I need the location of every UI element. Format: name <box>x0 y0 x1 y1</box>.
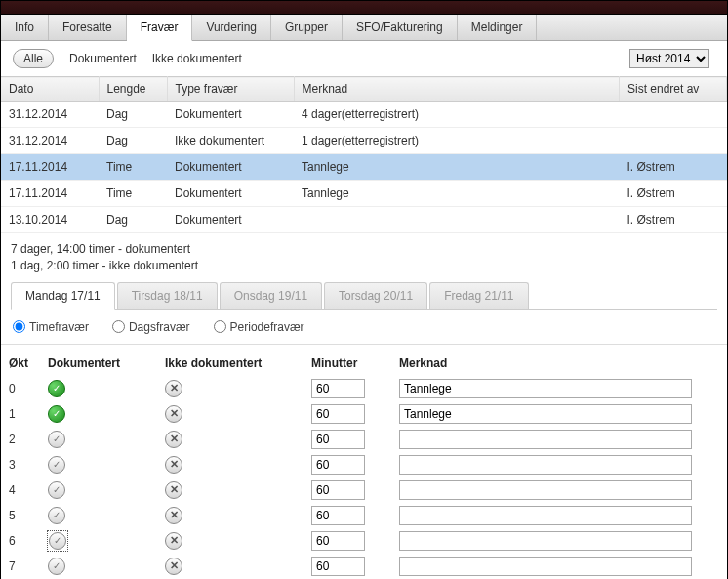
table-row[interactable]: 17.11.2014TimeDokumentertTannlegeI. Østr… <box>1 154 727 181</box>
check-icon: ✓ <box>53 484 61 495</box>
cell-lengde: Dag <box>99 128 167 154</box>
merknad-input[interactable] <box>399 480 692 500</box>
cell-type: Dokumentert <box>167 181 294 207</box>
documented-toggle[interactable]: ✓ <box>48 405 65 423</box>
documented-toggle[interactable]: ✓ <box>48 558 65 575</box>
radio-timefravaer-label: Timefravær <box>29 320 89 334</box>
okt-col-dok: Dokumentert <box>40 351 157 376</box>
cell-merknad: Tannlege <box>294 154 620 181</box>
main-tab-grupper[interactable]: Grupper <box>271 15 343 40</box>
filter-undocumented-link[interactable]: Ikke dokumentert <box>152 52 242 65</box>
merknad-input[interactable] <box>399 430 692 449</box>
radio-timefravaer-input[interactable] <box>13 320 25 333</box>
okt-row: 0✓✕ <box>1 376 727 401</box>
main-tab-foresatte[interactable]: Foresatte <box>49 15 127 40</box>
radio-periodefravaer[interactable]: Periodefravær <box>214 320 304 334</box>
day-tab-2[interactable]: Onsdag 19/11 <box>220 282 322 309</box>
okt-number: 4 <box>1 477 40 503</box>
col-sist[interactable]: Sist endret av <box>620 77 727 102</box>
cell-lengde: Time <box>99 154 167 181</box>
absence-type-radios: Timefravær Dagsfravær Periodefravær <box>1 310 727 345</box>
term-select[interactable]: Høst 2014 <box>629 49 709 68</box>
undocumented-toggle[interactable]: ✕ <box>165 431 182 448</box>
day-tab-0[interactable]: Mandag 17/11 <box>11 282 115 310</box>
minutes-input[interactable] <box>311 404 365 424</box>
minutes-input[interactable] <box>311 379 365 398</box>
day-tab-3[interactable]: Torsdag 20/11 <box>324 282 427 309</box>
main-tab-info[interactable]: Info <box>1 15 49 40</box>
check-icon: ✓ <box>53 383 61 393</box>
okt-number: 2 <box>1 427 40 452</box>
okt-col-merk: Merknad <box>391 351 727 376</box>
radio-periodefravaer-input[interactable] <box>214 320 226 333</box>
cell-type: Dokumentert <box>167 154 294 181</box>
cell-merknad: 4 dager(etterregistrert) <box>294 102 620 128</box>
merknad-input[interactable] <box>399 506 692 525</box>
minutes-input[interactable] <box>311 455 365 475</box>
main-tabs: InfoForesatteFraværVurderingGrupperSFO/F… <box>1 15 727 41</box>
day-tabs: Mandag 17/11Tirsdag 18/11Onsdag 19/11Tor… <box>11 282 717 310</box>
term-select-wrap: Høst 2014 <box>629 49 709 68</box>
documented-toggle[interactable]: ✓ <box>48 507 65 524</box>
undocumented-toggle[interactable]: ✕ <box>165 558 182 575</box>
documented-toggle[interactable]: ✓ <box>49 532 66 550</box>
minutes-input[interactable] <box>311 531 365 551</box>
check-icon: ✓ <box>53 408 61 419</box>
col-lengde[interactable]: Lengde <box>99 77 167 102</box>
filter-documented-link[interactable]: Dokumentert <box>69 52 137 65</box>
col-dato[interactable]: Dato <box>1 77 99 102</box>
cell-type: Dokumentert <box>167 207 294 233</box>
col-merknad[interactable]: Merknad <box>294 77 620 102</box>
main-tab-frav-r[interactable]: Fravær <box>127 15 193 41</box>
minutes-input[interactable] <box>311 430 365 449</box>
cell-merknad: 1 dager(etterregistrert) <box>294 128 620 154</box>
okt-number: 7 <box>1 554 40 579</box>
cell-sist: I. Østrem <box>620 181 727 207</box>
documented-toggle[interactable]: ✓ <box>48 456 65 474</box>
minutes-input[interactable] <box>311 506 365 525</box>
cell-dato: 17.11.2014 <box>1 181 99 207</box>
documented-toggle[interactable]: ✓ <box>48 380 65 397</box>
filter-bar: Alle Dokumentert Ikke dokumentert Høst 2… <box>1 41 727 76</box>
okt-table: Økt Dokumentert Ikke dokumentert Minutte… <box>1 351 727 579</box>
radio-timefravaer[interactable]: Timefravær <box>13 320 89 334</box>
okt-row: 4✓✕ <box>1 477 727 503</box>
col-type[interactable]: Type fravær <box>167 77 294 102</box>
undocumented-toggle[interactable]: ✕ <box>165 532 182 550</box>
radio-dagsfravaer[interactable]: Dagsfravær <box>112 320 190 334</box>
okt-row: 5✓✕ <box>1 503 727 528</box>
merknad-input[interactable] <box>399 531 692 551</box>
undocumented-toggle[interactable]: ✕ <box>165 456 182 474</box>
undocumented-toggle[interactable]: ✕ <box>165 380 182 397</box>
okt-number: 0 <box>1 376 40 401</box>
okt-col-ikkedok: Ikke dokumentert <box>157 351 303 376</box>
undocumented-toggle[interactable]: ✕ <box>165 507 182 524</box>
filter-all-button[interactable]: Alle <box>13 49 54 68</box>
table-row[interactable]: 31.12.2014DagDokumentert4 dager(etterreg… <box>1 102 727 128</box>
radio-dagsfravaer-input[interactable] <box>112 320 125 333</box>
documented-toggle[interactable]: ✓ <box>48 481 65 499</box>
documented-toggle[interactable]: ✓ <box>48 431 65 448</box>
undocumented-toggle[interactable]: ✕ <box>165 405 182 423</box>
table-row[interactable]: 13.10.2014DagDokumentertI. Østrem <box>1 207 727 233</box>
day-tab-4[interactable]: Fredag 21/11 <box>429 282 528 309</box>
radio-dagsfravaer-label: Dagsfravær <box>129 320 190 334</box>
day-tab-1[interactable]: Tirsdag 18/11 <box>117 282 218 309</box>
merknad-input[interactable] <box>399 404 692 424</box>
table-row[interactable]: 31.12.2014DagIkke dokumentert1 dager(ett… <box>1 128 727 154</box>
minutes-input[interactable] <box>311 480 365 500</box>
undocumented-toggle[interactable]: ✕ <box>165 481 182 499</box>
okt-number: 1 <box>1 401 40 427</box>
absence-table: Dato Lengde Type fravær Merknad Sist end… <box>1 76 727 233</box>
table-row[interactable]: 17.11.2014TimeDokumentertTannlegeI. Østr… <box>1 181 727 207</box>
merknad-input[interactable] <box>399 557 692 576</box>
main-tab-sfo-fakturering[interactable]: SFO/Fakturering <box>343 15 458 40</box>
main-tab-vurdering[interactable]: Vurdering <box>192 15 271 40</box>
merknad-input[interactable] <box>399 379 692 398</box>
minutes-input[interactable] <box>311 557 365 576</box>
okt-row: 7✓✕ <box>1 554 727 579</box>
merknad-input[interactable] <box>399 455 692 475</box>
okt-row: 3✓✕ <box>1 452 727 477</box>
main-tab-meldinger[interactable]: Meldinger <box>458 15 538 40</box>
okt-col-min: Minutter <box>303 351 391 376</box>
